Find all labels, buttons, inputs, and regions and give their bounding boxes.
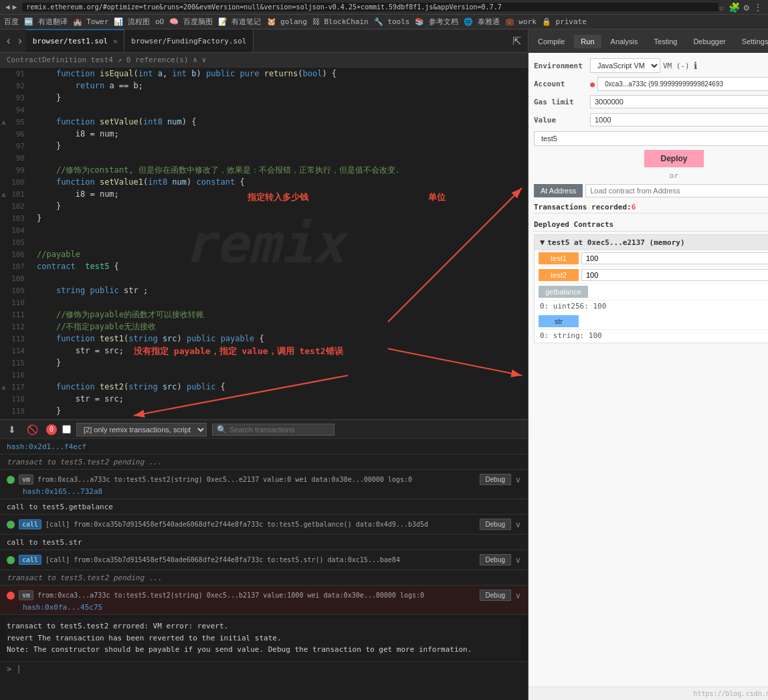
bookmark-baidu[interactable]: 百度 [4,17,19,27]
deploy-button[interactable]: Deploy [644,150,703,167]
value-input[interactable] [590,113,768,126]
bookmark-oo[interactable]: oO [155,17,164,26]
transaction-log[interactable]: hash:0x2d1...f4ecf transact to test5.tes… [0,439,528,700]
at-address-button[interactable]: At Address [534,184,583,197]
bookmark-golang[interactable]: 🐹 golang [267,17,307,26]
tx-info-1: from:0xca3...a733c to:test5.test2(string… [37,476,475,483]
back-editor-btn[interactable]: ‹ [3,35,14,47]
bookmark-taiyang[interactable]: 🌐 泰雅通 [464,17,500,27]
search-input[interactable] [229,426,330,434]
prompt-text: > | [7,665,21,674]
expand-btn-4[interactable]: ∨ [515,591,521,600]
toolbar-down-btn[interactable]: ⬇ [5,423,19,436]
environment-label: Environment [534,62,587,70]
debug-btn-3[interactable]: Debug [480,554,511,565]
bookmark-youdao[interactable]: 🔤 有道翻译 [24,17,68,27]
code-line-93: 93 } [0,92,528,104]
value-row: Value wei gwei ether [534,112,768,127]
breadcrumb: ContractDefinition test4 ↗ 0 reference(s… [7,56,206,64]
debug-btn-2[interactable]: Debug [480,519,511,530]
expand-btn-2[interactable]: ∨ [515,520,521,529]
nav-settings[interactable]: Settings [735,35,768,48]
settings-icon[interactable]: ⚙ [744,2,749,13]
tx-row-call-2: call [call] from:0xca35b7d915458ef540ade… [7,553,521,567]
tab-funding[interactable]: browser/FundingFactory.sol [124,29,254,52]
code-line-96: 96 i8 = num; [0,128,528,140]
test1-btn[interactable]: test1 [539,252,579,264]
expand-editor-btn[interactable]: ⇱ [508,35,525,48]
bookmark-private[interactable]: 🔒 private [542,17,587,26]
menu-icon[interactable]: ⋮ [753,2,763,13]
contract-card-header: ▼ test5 at 0xec5...e2137 (memory) 📋 ✕ [535,235,768,250]
toolbar-clear-btn[interactable]: 🚫 [24,423,41,436]
browser-bar: ◀ ▶ remix.ethereum.org/#optimize=true&ru… [0,0,768,15]
tx-row-vm-1: vm from:0xca3...a733c to:test5.test2(str… [7,472,521,487]
debug-btn-4[interactable]: Debug [480,590,511,601]
remix-bottom-link: https://blog.csdn.net/a85aotaq [529,687,768,700]
gas-limit-input[interactable] [590,95,768,108]
at-address-row: At Address [534,184,768,197]
bookmark-flow[interactable]: 📊 流程图 [114,17,150,27]
expand-btn-3[interactable]: ∨ [515,555,521,565]
contract-expand-triangle[interactable]: ▼ [540,238,545,247]
code-line-101: ⚠101 i8 = num; [0,188,528,200]
nav-run[interactable]: Run [574,35,601,48]
code-editor[interactable]: 指定转入多少钱 单位 没有指定 payable，指定 value，调用 test… [0,68,528,419]
editor-panel: ‹ › browser/test1.sol ✕ browser/FundingF… [0,29,529,700]
contract-select[interactable]: test5 [534,131,768,146]
getbalance-btn[interactable]: getbalance [539,286,588,298]
code-line-109: 109 string public str ; [0,284,528,296]
code-line-103: 103 } [0,212,528,224]
getbalance-row: getbalance [535,284,768,300]
bookmark-refs[interactable]: 📚 参考文档 [415,17,458,27]
code-line-106: 106 //payable [0,248,528,260]
tx-pending-1: transact to test5.test2 pending ... [0,454,528,470]
str-btn[interactable]: str [539,315,579,327]
tab-test1[interactable]: browser/test1.sol ✕ [26,29,125,52]
bookmark-tools[interactable]: 🔧 tools [374,17,410,26]
test2-btn[interactable]: test2 [539,269,579,281]
forward-editor-btn[interactable]: › [14,35,25,47]
expand-btn-1[interactable]: ∨ [515,475,521,485]
nav-debugger[interactable]: Debugger [686,35,732,48]
tab-test1-label: browser/test1.sol [33,37,108,46]
bookmark-notes[interactable]: 📝 有道笔记 [218,17,262,27]
bookmark-work[interactable]: 💼 work [505,17,537,26]
test2-input[interactable] [581,269,768,281]
bookmark-tower[interactable]: 🏰 Tower [73,17,109,26]
code-line-113: 113 function test1(string src) public pa… [0,333,528,345]
tx-pending-text-1: transact to test5.test2 pending ... [7,458,162,466]
nav-analysis[interactable]: Analysis [604,35,645,48]
deployed-contracts-header: Deployed Contracts 🗑 [534,219,768,232]
tab-test1-close[interactable]: ✕ [113,37,117,45]
code-line-95: ⚠95 function setValue(int8 num) { [0,116,528,128]
filter-select[interactable]: [2] only remix transactions, script [76,423,207,436]
transactions-recorded-label: Transactions recorded: [534,203,632,211]
at-address-input[interactable] [585,184,768,197]
error-badge: 0 [46,424,57,435]
debug-btn-1[interactable]: Debug [480,474,511,485]
test1-input[interactable] [581,252,768,264]
code-line-102: 102 } [0,200,528,212]
bookmark-mindmap[interactable]: 🧠 百度脑图 [169,17,213,27]
environment-select[interactable]: JavaScript VM [590,58,660,73]
nav-compile[interactable]: Compile [531,35,571,48]
tx-hash-sub-2: hash:0x0fa...45c75 [23,603,102,612]
code-line-104: 104 [0,224,528,236]
bookmark-blockchain[interactable]: ⛓ BlockChain [312,17,369,26]
transactions-recorded-header: Transactions recorded: 6 ∨ [534,203,768,213]
filter-checkbox[interactable] [62,425,71,434]
account-select[interactable]: 0xca3...a733c (99.99999999999824693 [597,77,768,91]
puzzle-icon[interactable]: 🧩 [729,2,740,13]
account-dot: ● [590,80,595,89]
code-line-118: 118 str = src; [0,393,528,405]
forward-icon[interactable]: ▶ [13,3,17,11]
star-icon[interactable]: ☆ [718,2,724,13]
back-icon[interactable]: ◀ [5,3,10,11]
tx-info-4: from:0xca3...a733c to:test5.test2(string… [37,592,475,599]
nav-testing[interactable]: Testing [648,35,684,48]
code-line-110: 110 [0,296,528,309]
url-bar[interactable]: remix.ethereum.org/#optimize=true&runs=2… [22,3,718,11]
tx-pending-2: transact to test5.test2 pending ... [0,570,528,586]
env-info-btn[interactable]: ℹ [692,60,698,71]
